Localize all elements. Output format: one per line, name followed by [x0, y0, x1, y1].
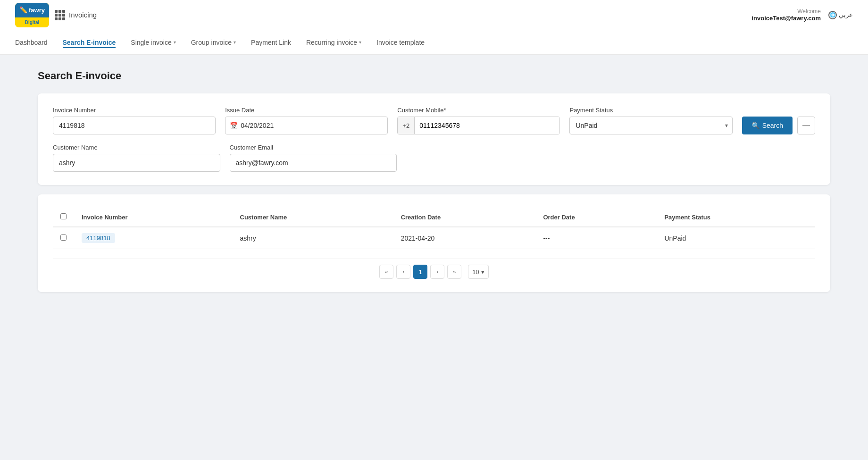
nav-item-invoice-template[interactable]: Invoice template [376, 37, 425, 48]
logo-bottom: Digital [15, 17, 49, 27]
page-content: Search E-invoice Invoice Number Issue Da… [0, 55, 868, 317]
nav-item-payment-link[interactable]: Payment Link [251, 37, 291, 48]
pagination: « ‹ 1 › » 10 ▾ [53, 259, 815, 279]
per-page-selector[interactable]: 10 ▾ [468, 265, 488, 279]
nav-item-recurring-invoice[interactable]: Recurring invoice ▾ [306, 37, 361, 48]
search-button-label: Search [762, 122, 783, 129]
form-row-2: Customer Name Customer Email [53, 144, 815, 172]
table-head: Invoice Number Customer Name Creation Da… [53, 208, 815, 227]
last-page-button[interactable]: » [447, 265, 461, 279]
row-checkbox[interactable] [60, 234, 67, 241]
row-creation-date: 2021-04-20 [393, 227, 536, 249]
form-row-1: Invoice Number Issue Date 📅 Customer Mob… [53, 107, 815, 134]
table-wrapper: Invoice Number Customer Name Creation Da… [53, 208, 815, 249]
search-icon: 🔍 [751, 122, 760, 129]
issue-date-wrapper: 📅 [225, 117, 388, 134]
select-all-checkbox[interactable] [60, 213, 67, 219]
invoice-number-group: Invoice Number [53, 107, 216, 134]
payment-status-select[interactable]: UnPaid Paid All [569, 117, 732, 134]
row-payment-status: UnPaid [657, 227, 815, 249]
nav-single-invoice-label: Single invoice [131, 39, 171, 46]
top-nav: ✏️ fawry Digital Invoicing Welcome invoi… [0, 0, 868, 30]
invoice-number-input[interactable] [53, 117, 216, 134]
customer-mobile-group: Customer Mobile* +2 [397, 107, 560, 134]
recurring-invoice-chevron: ▾ [359, 40, 361, 45]
prev-page-button[interactable]: ‹ [396, 265, 410, 279]
row-order-date: --- [535, 227, 657, 249]
search-form-card: Invoice Number Issue Date 📅 Customer Mob… [38, 93, 830, 185]
nav-item-dashboard[interactable]: Dashboard [15, 37, 48, 48]
col-payment-status: Payment Status [657, 208, 815, 227]
invoice-number-link[interactable]: 4119818 [82, 233, 115, 243]
invoice-number-label: Invoice Number [53, 107, 216, 114]
phone-prefix: +2 [398, 117, 415, 134]
issue-date-group: Issue Date 📅 [225, 107, 388, 134]
customer-name-input[interactable] [53, 154, 220, 172]
nav-group-invoice-label: Group invoice [191, 39, 232, 46]
language-label: عربي [839, 11, 853, 18]
welcome-text: Welcome [751, 8, 821, 15]
per-page-chevron: ▾ [481, 268, 484, 276]
logo-sub: Digital [25, 20, 40, 25]
col-customer-name: Customer Name [233, 208, 393, 227]
customer-name-group: Customer Name [53, 144, 220, 172]
nav-item-search-einvoice[interactable]: Search E-invoice [63, 37, 116, 48]
logo-top: ✏️ fawry [15, 3, 49, 17]
payment-status-wrapper: UnPaid Paid All ▾ [569, 117, 732, 134]
next-page-button[interactable]: › [430, 265, 444, 279]
row-customer-name: ashry [233, 227, 393, 249]
customer-email-label: Customer Email [230, 144, 397, 151]
page-1-button[interactable]: 1 [413, 265, 427, 279]
search-button[interactable]: 🔍 Search [742, 117, 793, 134]
customer-name-label: Customer Name [53, 144, 220, 151]
top-nav-left: ✏️ fawry Digital Invoicing [15, 3, 97, 27]
per-page-value: 10 [472, 268, 479, 276]
customer-email-group: Customer Email [230, 144, 397, 172]
app-name: Invoicing [69, 11, 97, 19]
globe-icon: 🌐 [828, 11, 837, 19]
row-checkbox-cell [53, 227, 74, 249]
issue-date-label: Issue Date [225, 107, 388, 114]
minus-icon: — [802, 121, 810, 130]
results-table: Invoice Number Customer Name Creation Da… [53, 208, 815, 249]
customer-mobile-label: Customer Mobile* [397, 107, 560, 114]
user-email: invoiceTest@fawry.com [751, 15, 821, 22]
table-row: 4119818 ashry 2021-04-20 --- UnPaid [53, 227, 815, 249]
nav-recurring-invoice-label: Recurring invoice [306, 39, 357, 46]
payment-status-label: Payment Status [569, 107, 732, 114]
issue-date-input[interactable] [225, 117, 388, 134]
nav-item-group-invoice[interactable]: Group invoice ▾ [191, 37, 236, 48]
header-checkbox-cell [53, 208, 74, 227]
language-selector[interactable]: 🌐 عربي [828, 11, 853, 19]
table-header-row: Invoice Number Customer Name Creation Da… [53, 208, 815, 227]
customer-email-input[interactable] [230, 154, 397, 172]
table-body: 4119818 ashry 2021-04-20 --- UnPaid [53, 227, 815, 249]
customer-mobile-input[interactable] [415, 117, 559, 134]
form-actions: 🔍 Search — [742, 117, 815, 134]
col-invoice-number: Invoice Number [74, 208, 233, 227]
top-nav-right: Welcome invoiceTest@fawry.com 🌐 عربي [751, 8, 853, 22]
minus-button[interactable]: — [797, 117, 815, 134]
logo-text: fawry [29, 7, 45, 14]
logo[interactable]: ✏️ fawry Digital [15, 3, 49, 27]
secondary-nav: Dashboard Search E-invoice Single invoic… [0, 30, 868, 55]
col-creation-date: Creation Date [393, 208, 536, 227]
phone-input-wrapper: +2 [397, 117, 560, 134]
page-title: Search E-invoice [38, 70, 830, 82]
payment-status-group: Payment Status UnPaid Paid All ▾ [569, 107, 732, 134]
results-card: Invoice Number Customer Name Creation Da… [38, 194, 830, 292]
nav-item-single-invoice[interactable]: Single invoice ▾ [131, 37, 175, 48]
app-name-label: Invoicing [55, 10, 97, 20]
grid-icon [55, 10, 65, 20]
group-invoice-chevron: ▾ [234, 40, 236, 45]
pencil-icon: ✏️ [19, 6, 27, 14]
first-page-button[interactable]: « [379, 265, 393, 279]
welcome-block: Welcome invoiceTest@fawry.com [751, 8, 821, 22]
col-order-date: Order Date [535, 208, 657, 227]
single-invoice-chevron: ▾ [174, 40, 176, 45]
row-invoice-number: 4119818 [74, 227, 233, 249]
